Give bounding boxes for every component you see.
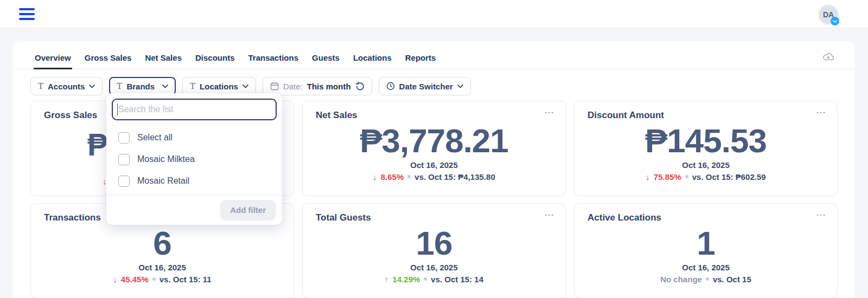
metric-comparison: ↓ 8.65% vs. Oct 15: ₱4,135.80 (316, 172, 552, 182)
clock-icon (386, 82, 395, 90)
card-menu-button[interactable]: ··· (816, 108, 826, 117)
change-percent: 75.85% (654, 172, 681, 182)
accounts-filter-label: Accounts (48, 82, 85, 91)
change-percent: 45.45% (121, 275, 149, 284)
metric-date: Oct 16, 2025 (44, 263, 280, 272)
text-cursor (117, 103, 118, 115)
card-body: ₱3,778.21 Oct 16, 2025 ↓ 8.65% vs. Oct 1… (316, 123, 552, 182)
card-title: Net Sales (316, 110, 358, 120)
chevron-down-icon (89, 85, 95, 88)
gross-sales-currency-symbol: ₱ (87, 126, 108, 163)
top-bar: DA (0, 0, 868, 28)
chevron-down-icon (831, 17, 839, 25)
option-mosaic-milktea[interactable]: Mosaic Milktea (118, 152, 270, 167)
down-arrow-icon: ↓ (113, 275, 117, 284)
metric-date: Oct 16, 2025 (316, 263, 552, 272)
card-body: 6 Oct 16, 2025 ↓ 45.45% vs. Oct 15: 11 (44, 225, 280, 284)
card-body: ₱145.53 Oct 16, 2025 ↓ 75.85% vs. Oct 15… (588, 123, 824, 182)
metric-value: 16 (316, 225, 552, 261)
filter-bar: T Accounts T Brands T Locations Date: Th… (30, 77, 855, 95)
metric-comparison: No change vs. Oct 15 (588, 275, 824, 284)
date-switcher-button[interactable]: Date Switcher (379, 77, 471, 95)
tab-overview[interactable]: Overview (35, 53, 71, 69)
down-arrow-icon: ↓ (373, 172, 377, 182)
change-percent: 14.29% (392, 275, 420, 284)
comparison-text: vs. Oct 15: ₱4,135.80 (414, 172, 495, 182)
search-field-wrapper (112, 99, 277, 120)
dot-separator (407, 175, 411, 178)
checkbox-unchecked[interactable] (118, 154, 130, 165)
metric-date: Oct 16, 2025 (588, 263, 824, 272)
card-body: 1 Oct 16, 2025 No change vs. Oct 15 (588, 225, 824, 284)
date-prefix-label: Date: (283, 82, 303, 91)
tab-bar: Overview Gross Sales Net Sales Discounts… (13, 41, 855, 69)
card-title: Transactions (44, 212, 101, 223)
search-input[interactable] (112, 99, 277, 120)
option-label: Mosaic Milktea (137, 154, 195, 164)
card-menu-button[interactable]: ··· (816, 210, 826, 219)
brands-filter-button[interactable]: T Brands (109, 77, 176, 95)
option-select-all[interactable]: Select all (118, 130, 270, 145)
filter-icon: T (117, 82, 122, 90)
chevron-down-icon (242, 85, 248, 88)
tab-gross-sales[interactable]: Gross Sales (85, 53, 132, 69)
add-filter-button[interactable]: Add filter (220, 200, 276, 221)
locations-filter-label: Locations (200, 82, 238, 91)
locations-filter-button[interactable]: T Locations (182, 77, 256, 95)
card-body: 16 Oct 16, 2025 ↑ 14.29% vs. Oct 15: 14 (316, 225, 552, 284)
metric-comparison: ↓ 75.85% vs. Oct 15: ₱602.59 (588, 172, 824, 182)
up-arrow-icon: ↑ (385, 275, 389, 284)
card-title: Active Locations (588, 212, 661, 223)
calendar-icon (270, 82, 279, 90)
tab-guests[interactable]: Guests (312, 53, 340, 69)
card-title: Gross Sales (44, 110, 97, 120)
filter-icon: T (190, 82, 195, 90)
reset-date-icon[interactable] (355, 82, 365, 91)
metric-date: Oct 16, 2025 (316, 160, 552, 170)
metric-value: ₱3,778.21 (316, 123, 552, 159)
card-menu-button[interactable]: ··· (545, 210, 554, 219)
cloud-download-icon[interactable] (822, 52, 834, 63)
tab-discounts[interactable]: Discounts (195, 53, 235, 69)
date-filter-button[interactable]: Date: This month (263, 77, 372, 95)
card-total-guests: Total Guests ··· 16 Oct 16, 2025 ↑ 14.29… (302, 203, 566, 298)
option-label: Select all (137, 133, 173, 142)
avatar[interactable]: DA (818, 4, 839, 25)
metric-comparison: ↓ 45.45% vs. Oct 15: 11 (44, 275, 280, 284)
down-arrow-icon: ↓ (646, 172, 650, 182)
dot-separator (152, 277, 156, 281)
card-active-locations: Active Locations ··· 1 Oct 16, 2025 No c… (574, 203, 838, 298)
metric-value: ₱145.53 (588, 123, 824, 159)
dropdown-footer: Add filter (106, 195, 282, 225)
tab-reports[interactable]: Reports (405, 53, 436, 69)
change-percent: 8.65% (381, 172, 404, 182)
metric-date: Oct 16, 2025 (588, 160, 824, 170)
metric-value: 1 (588, 225, 824, 261)
date-value-label: This month (307, 82, 351, 91)
card-title: Discount Amount (588, 110, 664, 120)
tab-net-sales[interactable]: Net Sales (145, 53, 182, 69)
comparison-text: vs. Oct 15: 11 (159, 275, 212, 284)
tab-transactions[interactable]: Transactions (248, 53, 299, 69)
option-mosaic-retail[interactable]: Mosaic Retail (118, 173, 270, 189)
date-switcher-label: Date Switcher (399, 82, 453, 91)
no-change-label: No change (660, 275, 702, 284)
chevron-down-icon (162, 85, 168, 88)
brands-dropdown: Select all Mosaic Milktea Mosaic Retail … (106, 93, 282, 225)
checkbox-unchecked[interactable] (118, 176, 130, 187)
dot-separator (706, 277, 709, 281)
tab-locations[interactable]: Locations (353, 53, 392, 69)
dot-separator (424, 277, 427, 281)
card-title: Total Guests (316, 212, 371, 223)
option-label: Mosaic Retail (137, 176, 189, 186)
checkbox-unchecked[interactable] (118, 132, 130, 144)
accounts-filter-button[interactable]: T Accounts (30, 77, 103, 95)
card-discount-amount: Discount Amount ··· ₱145.53 Oct 16, 2025… (574, 101, 838, 196)
card-menu-button[interactable]: ··· (545, 108, 554, 117)
chevron-down-icon (457, 85, 463, 88)
brands-filter-label: Brands (126, 82, 155, 91)
card-net-sales: Net Sales ··· ₱3,778.21 Oct 16, 2025 ↓ 8… (302, 101, 566, 196)
hamburger-menu-icon[interactable] (19, 8, 35, 20)
comparison-text: vs. Oct 15 (713, 275, 751, 284)
metric-comparison: ↑ 14.29% vs. Oct 15: 14 (316, 275, 552, 284)
